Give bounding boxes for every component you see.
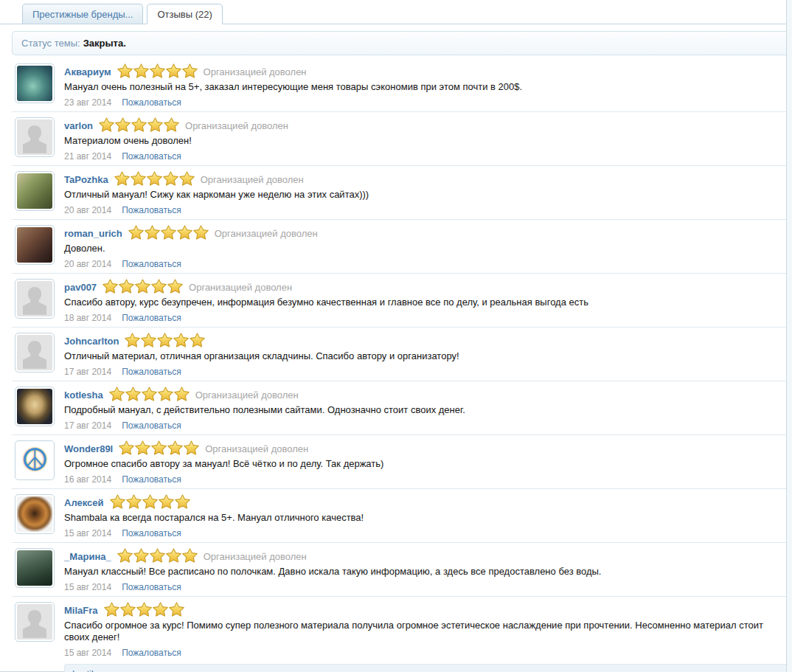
cheshire-cat-avatar[interactable]	[15, 63, 55, 103]
rating-stars	[117, 63, 198, 78]
org-satisfied-label: Организацией доволен	[195, 389, 299, 401]
default-avatar[interactable]	[15, 333, 55, 373]
report-link[interactable]: Пожаловаться	[122, 420, 181, 431]
star-icon	[182, 548, 198, 563]
review-content: Аквариум Организацией доволен Мануал оче…	[64, 63, 786, 108]
review-header: Wonder89l Организацией доволен	[64, 440, 786, 457]
star-icon	[125, 387, 141, 401]
star-icon	[117, 548, 133, 563]
star-icon	[141, 333, 156, 347]
review-item: Аквариум Организацией доволен Мануал оче…	[0, 58, 786, 111]
likes-bar: Lyutikнравится это.	[64, 664, 786, 672]
report-link[interactable]: Пожаловаться	[122, 648, 181, 658]
review-item: Алексей Shambala ка всегда постарался на…	[0, 489, 786, 542]
report-link[interactable]: Пожаловаться	[122, 582, 181, 592]
review-content: _Марина_ Организацией доволен Мануал кла…	[64, 548, 786, 592]
star-icon	[103, 279, 118, 294]
star-icon	[128, 225, 144, 240]
star-icon	[169, 602, 184, 617]
report-link[interactable]: Пожаловаться	[122, 528, 181, 538]
star-icon	[119, 440, 134, 455]
report-link[interactable]: Пожаловаться	[122, 367, 181, 377]
default-avatar[interactable]	[15, 117, 55, 157]
username-link[interactable]: varlon	[64, 120, 93, 131]
garden-photo-avatar[interactable]	[15, 171, 55, 211]
username-link[interactable]: Аквариум	[64, 66, 111, 77]
rating-stars	[103, 279, 183, 294]
review-date: 20 авг 2014	[64, 205, 111, 215]
thread-status-notice: Статус темы:Закрыта.	[12, 31, 786, 55]
rating-stars	[99, 117, 179, 132]
review-content: varlon Организацией доволен Материалом о…	[64, 117, 786, 162]
review-text: Мануал классный! Все расписано по полочк…	[64, 566, 786, 578]
review-header: varlon Организацией доволен	[64, 117, 786, 134]
review-meta: 21 авг 2014 Пожаловаться	[64, 151, 786, 162]
star-icon	[150, 63, 165, 78]
star-icon	[174, 387, 190, 401]
review-meta: 17 авг 2014 Пожаловаться	[64, 420, 786, 431]
default-avatar[interactable]	[15, 279, 55, 319]
person-silhouette-icon	[17, 335, 52, 370]
star-icon	[173, 333, 189, 347]
lion-avatar[interactable]	[15, 494, 55, 534]
tab-prestige-brands[interactable]: Престижные бренды...	[22, 4, 143, 24]
rating-stars	[114, 171, 195, 186]
star-icon	[142, 494, 158, 509]
report-link[interactable]: Пожаловаться	[122, 151, 181, 162]
report-link[interactable]: Пожаловаться	[122, 474, 181, 485]
rating-stars	[125, 333, 205, 347]
liker-link[interactable]: Lyutik	[72, 669, 96, 672]
report-link[interactable]: Пожаловаться	[122, 205, 181, 215]
person-silhouette-icon	[17, 281, 52, 316]
star-icon	[115, 117, 131, 132]
username-link[interactable]: Johncarlton	[64, 336, 119, 347]
painting-photo-avatar[interactable]	[15, 225, 55, 265]
star-icon	[133, 63, 149, 78]
star-icon	[167, 279, 183, 294]
username-link[interactable]: Алексей	[64, 497, 104, 508]
likes-text: нравится это.	[99, 669, 157, 672]
avatar-image	[17, 119, 52, 155]
review-content: kotlesha Организацией доволен Подробный …	[64, 387, 786, 431]
review-content: Алексей Shambala ка всегда постарался на…	[64, 494, 786, 538]
star-icon	[120, 602, 136, 617]
forum-review-page: Престижные бренды... Отзывы (22) Статус …	[0, 0, 787, 672]
rating-stars	[128, 225, 209, 240]
review-content: Wonder89l Организацией доволен Огромное …	[64, 440, 786, 485]
username-link[interactable]: _Марина_	[64, 551, 111, 562]
star-icon	[166, 548, 181, 563]
star-icon	[166, 63, 181, 78]
username-link[interactable]: pav007	[64, 282, 97, 293]
star-icon	[135, 279, 150, 294]
review-meta: 15 авг 2014 Пожаловаться	[64, 582, 786, 592]
swing-photo-avatar[interactable]	[15, 548, 55, 588]
star-icon	[164, 117, 179, 132]
star-icon	[179, 171, 195, 186]
org-satisfied-label: Организацией доволен	[185, 120, 288, 131]
report-link[interactable]: Пожаловаться	[122, 259, 181, 269]
username-link[interactable]: kotlesha	[64, 389, 103, 401]
peace-sign-avatar[interactable]: ☮	[15, 440, 55, 480]
cat-emblem-avatar[interactable]	[15, 387, 55, 426]
star-icon	[151, 279, 167, 294]
review-content: TaPozhka Организацией доволен Отличный м…	[64, 171, 786, 215]
star-icon	[131, 171, 146, 186]
report-link[interactable]: Пожаловаться	[122, 97, 181, 108]
tab-reviews[interactable]: Отзывы (22)	[147, 4, 222, 24]
default-avatar[interactable]	[15, 602, 55, 642]
username-link[interactable]: TaPozhka	[64, 174, 108, 185]
review-date: 17 авг 2014	[64, 367, 111, 377]
username-link[interactable]: roman_urich	[64, 228, 122, 239]
star-icon	[117, 63, 133, 78]
rating-stars	[104, 602, 184, 617]
username-link[interactable]: Wonder89l	[64, 443, 113, 454]
review-item: kotlesha Организацией доволен Подробный …	[0, 381, 786, 434]
org-satisfied-label: Организацией доволен	[189, 282, 292, 293]
username-link[interactable]: MilaFra	[64, 605, 98, 616]
review-header: pav007 Организацией доволен	[64, 279, 786, 295]
review-header: _Марина_ Организацией доволен	[64, 548, 786, 564]
star-icon	[177, 225, 192, 240]
rating-stars	[119, 440, 199, 455]
report-link[interactable]: Пожаловаться	[122, 313, 181, 323]
avatar-image	[17, 389, 52, 424]
